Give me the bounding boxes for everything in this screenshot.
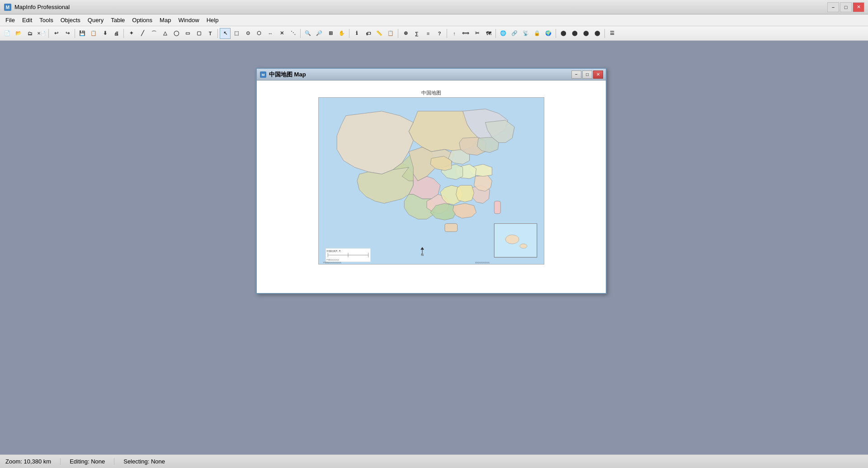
menu-edit[interactable]: Edit: [19, 15, 36, 25]
menu-objects[interactable]: Objects: [57, 15, 84, 25]
minimize-button[interactable]: −: [827, 2, 839, 12]
map-close-button[interactable]: ✕: [593, 71, 603, 79]
status-zoom: Zoom: 10,380 km: [5, 458, 61, 465]
draw-arc-button[interactable]: ⌒: [148, 28, 159, 39]
map-window-icon: M: [259, 71, 267, 78]
legend-button[interactable]: 📋: [385, 28, 396, 39]
draw-rounded-rect-button[interactable]: ▢: [193, 28, 204, 39]
map-maximize-button[interactable]: □: [582, 71, 592, 79]
draw-poly-button[interactable]: △: [160, 28, 170, 39]
draw-rect-button[interactable]: ▭: [182, 28, 193, 39]
menu-file[interactable]: File: [2, 15, 19, 25]
pan-button[interactable]: ✋: [336, 28, 347, 39]
menu-table[interactable]: Table: [107, 15, 128, 25]
extra5-button[interactable]: ☰: [607, 28, 618, 39]
svg-text:中国比例尺 尺: 中国比例尺 尺: [326, 250, 340, 252]
menu-help[interactable]: Help: [203, 15, 222, 25]
sep9: [495, 29, 496, 38]
save-button[interactable]: 💾: [77, 28, 88, 39]
map-content: 中国地图: [257, 80, 606, 293]
select-button[interactable]: ↖: [220, 28, 231, 39]
open-button[interactable]: 📂: [13, 28, 24, 39]
sep8: [447, 29, 447, 38]
zoom-in-button[interactable]: 🔍: [302, 28, 313, 39]
map-title-left: M 中国地图 Map: [259, 71, 306, 79]
poly-select-button[interactable]: ⬡: [254, 28, 264, 39]
sep6: [349, 29, 349, 38]
invert-select-button[interactable]: ↔: [265, 28, 276, 39]
web5-button[interactable]: 🌍: [543, 28, 554, 39]
title-controls: − □ ✕: [827, 2, 864, 12]
maximize-button[interactable]: □: [840, 2, 852, 12]
marquee-select-button[interactable]: ⬚: [231, 28, 242, 39]
map-window: M 中国地图 Map − □ ✕ 中国地图: [256, 68, 607, 294]
title-left: M MapInfo Professional: [4, 3, 70, 11]
clip-button[interactable]: ✂: [472, 28, 482, 39]
svg-rect-5: [445, 223, 458, 232]
redo-button[interactable]: ↪: [62, 28, 73, 39]
draw-text-button[interactable]: T: [205, 28, 216, 39]
close-button-tb[interactable]: ✕📄: [36, 28, 47, 39]
label-button[interactable]: 🏷: [363, 28, 373, 39]
thematic-button[interactable]: 🗺: [483, 28, 494, 39]
unselect-button[interactable]: ✕: [276, 28, 287, 39]
workspace: M 中国地图 Map − □ ✕ 中国地图: [0, 41, 868, 454]
china-map-container: 中国地图: [278, 90, 585, 284]
undo-button[interactable]: ↩: [51, 28, 61, 39]
menu-tools[interactable]: Tools: [36, 15, 57, 25]
open-ws-button[interactable]: 🗂: [24, 28, 35, 39]
status-editing: Editing: None: [70, 458, 114, 465]
web-button[interactable]: 🌐: [498, 28, 509, 39]
web2-button[interactable]: 🔗: [509, 28, 520, 39]
sep3: [123, 29, 124, 38]
scale-bar-button[interactable]: ⟺: [460, 28, 471, 39]
new-table-button[interactable]: 📄: [2, 28, 13, 39]
draw-ellipse-button[interactable]: ◯: [171, 28, 182, 39]
map-catalog-button[interactable]: ≡: [423, 28, 434, 39]
menu-bar: File Edit Tools Objects Query Table Opti…: [0, 14, 868, 26]
layers-button[interactable]: ⊕: [400, 28, 411, 39]
north-arrow-button[interactable]: ↑: [449, 28, 460, 39]
title-bar: M MapInfo Professional − □ ✕: [0, 0, 868, 14]
extra3-button[interactable]: ⬤: [580, 28, 591, 39]
map-window-controls: − □ ✕: [571, 71, 603, 79]
svg-rect-6: [494, 201, 500, 214]
svg-text:M: M: [262, 73, 265, 77]
app-icon: M: [4, 3, 12, 11]
print-button[interactable]: 🖨: [111, 28, 122, 39]
query-button[interactable]: ?: [434, 28, 445, 39]
import-button[interactable]: ⬇: [99, 28, 110, 39]
zoom-all-button[interactable]: ⊞: [325, 28, 336, 39]
sep2: [75, 29, 75, 38]
info-button[interactable]: ℹ: [351, 28, 362, 39]
stats-button[interactable]: ∑: [411, 28, 422, 39]
zoom-out-button[interactable]: 🔎: [314, 28, 325, 39]
extra4-button[interactable]: ⬤: [592, 28, 603, 39]
menu-query[interactable]: Query: [84, 15, 107, 25]
sep10: [556, 29, 556, 38]
map-title-bar: M 中国地图 Map − □ ✕: [257, 69, 606, 80]
svg-text:比比比比比比比比: 比比比比比比比比: [475, 261, 490, 264]
web3-button[interactable]: 📡: [520, 28, 531, 39]
menu-map[interactable]: Map: [156, 15, 175, 25]
ruler-button[interactable]: 📏: [374, 28, 385, 39]
map-minimize-button[interactable]: −: [571, 71, 581, 79]
svg-text:M: M: [6, 5, 9, 10]
save-copy-button[interactable]: 📋: [88, 28, 99, 39]
close-button[interactable]: ✕: [853, 2, 864, 12]
extra1-button[interactable]: ⬤: [558, 28, 569, 39]
extra2-button[interactable]: ⬤: [569, 28, 580, 39]
radius-select-button[interactable]: ⊙: [242, 28, 253, 39]
web4-button[interactable]: 🔒: [532, 28, 542, 39]
toolbar: 📄 📂 🗂 ✕📄 ↩ ↪ 💾 📋 ⬇ 🖨 ✦ ╱ ⌒ △ ◯ ▭ ▢ T ↖ ⬚…: [0, 26, 868, 41]
graph-select-button[interactable]: ⋱: [288, 28, 298, 39]
menu-options[interactable]: Options: [128, 15, 156, 25]
menu-window[interactable]: Window: [175, 15, 203, 25]
china-map-svg[interactable]: 中国比例尺 尺 中国比比比比比 N 中国地比比比比比比比 比比比比比比比比: [318, 97, 544, 265]
svg-text:中国地比比比比比比比: 中国地比比比比比比比: [323, 261, 341, 264]
draw-line-button[interactable]: ╱: [137, 28, 148, 39]
draw-symbol-button[interactable]: ✦: [126, 28, 137, 39]
map-china-label: 中国地图: [421, 90, 441, 96]
sep5: [300, 29, 301, 38]
svg-text:中国比比比比比: 中国比比比比比: [326, 259, 339, 261]
